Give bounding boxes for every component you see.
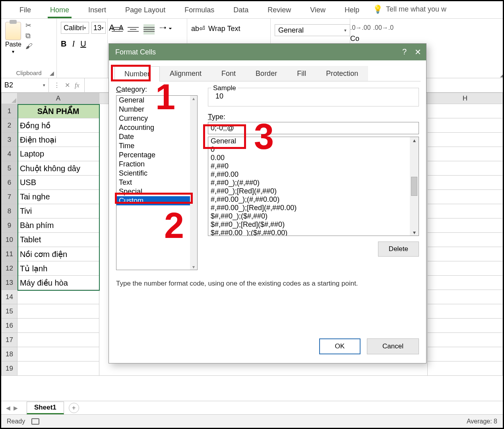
type-item[interactable]: #,##0_);(#,##0) [208,179,419,187]
cell-h4[interactable] [427,147,502,161]
row-header[interactable]: 8 [2,204,17,218]
row-header[interactable]: 18 [2,347,17,361]
type-item[interactable]: #,##0.00_);[Red](#,##0.00) [208,204,419,212]
cell-h18[interactable] [427,347,502,361]
orientation-icon[interactable]: ⭬ ▾ [159,24,172,35]
close-icon[interactable]: ✕ [415,47,421,57]
scroll-up-icon[interactable]: ▴ [192,96,195,101]
format-painter-icon[interactable]: 🖌 [25,43,33,50]
tab-help[interactable]: Help [335,4,369,18]
category-item[interactable]: Percentage [116,151,197,160]
dialog-tab-border[interactable]: Border [246,66,287,81]
cell-a5[interactable]: Chuột không dây [17,161,99,176]
cell-a19[interactable] [17,361,99,376]
type-item[interactable]: #,##0.00 [208,170,419,179]
name-box[interactable]: B2▾ [1,78,49,92]
row-header[interactable]: 12 [2,261,17,276]
type-list[interactable]: General 0 0.00 #,##0 #,##0.00 #,##0_);(#… [208,137,419,236]
tab-file[interactable]: File [10,4,41,18]
cut-icon[interactable]: ✂ [25,22,33,29]
formula-menu-icon[interactable]: ⋮ [54,81,60,89]
row-header[interactable]: 13 [2,276,17,290]
wrap-text-button[interactable]: ab⏎Wrap Text [191,24,266,33]
cell-a13[interactable]: Máy điều hòa [17,276,99,290]
scroll-down-icon[interactable]: ▾ [413,229,416,236]
tab-home[interactable]: Home [41,4,79,18]
category-item[interactable]: General [116,96,197,105]
col-header-a[interactable]: A [17,93,99,104]
row-header[interactable]: 2 [2,118,17,133]
macro-record-icon[interactable] [31,418,39,425]
cell-h6[interactable] [427,176,502,190]
tab-formulas[interactable]: Formulas [175,4,224,18]
cell-h16[interactable] [427,319,502,333]
type-item[interactable]: #,##0_);[Red](#,##0) [208,187,419,195]
cell-h10[interactable] [427,233,502,247]
type-item[interactable]: 0.00 [208,154,419,162]
cell-a1[interactable]: SẢN PHẨM [17,104,99,118]
cell-a4[interactable]: Laptop [17,147,99,161]
increase-decimal-icon[interactable]: .00→.0 [373,24,394,31]
type-item[interactable]: #,##0 [208,162,419,170]
tab-insert[interactable]: Insert [79,4,116,18]
align-middle-icon[interactable] [128,24,139,35]
ok-button[interactable]: OK [319,338,361,354]
category-item[interactable]: Fraction [116,160,197,169]
row-header[interactable]: 17 [2,333,17,347]
dialog-titlebar[interactable]: Format Cells ? ✕ [109,44,426,60]
cell-h9[interactable] [427,218,502,233]
cell-a16[interactable] [17,319,99,333]
category-item[interactable]: Number [116,105,197,114]
copy-icon[interactable]: ⧉ [25,32,33,39]
type-item[interactable]: $#,##0.00_);($#,##0.00) [208,229,419,236]
align-top-icon[interactable] [112,24,123,35]
number-format-select[interactable]: General▾ [275,24,350,36]
bold-button[interactable]: B [61,39,66,48]
scroll-up-icon[interactable]: ▴ [413,137,416,143]
cell-h15[interactable] [427,304,502,319]
select-all-cell[interactable] [2,93,17,104]
tell-me[interactable]: 💡Tell me what you w [373,4,446,14]
cell-h3[interactable] [427,133,502,147]
cell-a15[interactable] [17,304,99,319]
decrease-decimal-icon[interactable]: .0→.00 [350,24,371,31]
cell-h13[interactable] [427,276,502,290]
dialog-tab-number[interactable]: Number [114,66,160,81]
category-item-custom[interactable]: Custom [116,196,197,205]
row-header[interactable]: 19 [2,361,17,376]
col-header-h[interactable]: H [427,93,502,104]
underline-button[interactable]: U [80,39,86,48]
cell-a2[interactable]: Đồng hồ [17,118,99,133]
cell-a10[interactable]: Tablet [17,233,99,247]
cell-a12[interactable]: Tủ lạnh [17,261,99,276]
dialog-launcher-icon[interactable]: ◢ [500,72,504,78]
row-header[interactable]: 6 [2,176,17,190]
dialog-tab-fill[interactable]: Fill [287,66,316,81]
cell-a14[interactable] [17,290,99,304]
category-item[interactable]: Text [116,178,197,187]
dialog-tab-protection[interactable]: Protection [316,66,368,81]
dialog-tab-alignment[interactable]: Alignment [160,66,211,81]
row-header[interactable]: 16 [2,319,17,333]
dialog-tab-font[interactable]: Font [211,66,246,81]
row-header[interactable]: 15 [2,304,17,319]
cell-h8[interactable] [427,204,502,218]
help-icon[interactable]: ? [402,47,407,57]
scroll-down-icon[interactable]: ▾ [192,264,195,270]
cell-a8[interactable]: Tivi [17,204,99,218]
cell-h5[interactable] [427,161,502,176]
category-item[interactable]: Currency [116,114,197,123]
cell-h17[interactable] [427,333,502,347]
type-item[interactable]: #,##0.00_);(#,##0.00) [208,195,419,204]
delete-button[interactable]: Delete [378,242,419,257]
cell-h14[interactable] [427,290,502,304]
type-input[interactable] [208,122,419,134]
cell-h1[interactable] [427,104,502,118]
row-header[interactable]: 3 [2,133,17,147]
dialog-launcher-icon[interactable]: ◢ [50,70,54,76]
fx-icon[interactable]: fx [75,82,79,89]
category-list[interactable]: General Number Currency Accounting Date … [116,95,198,270]
align-bottom-icon[interactable] [143,24,155,35]
scrollbar[interactable]: ▴▾ [410,137,419,236]
cell-a9[interactable]: Bàn phím [17,218,99,233]
